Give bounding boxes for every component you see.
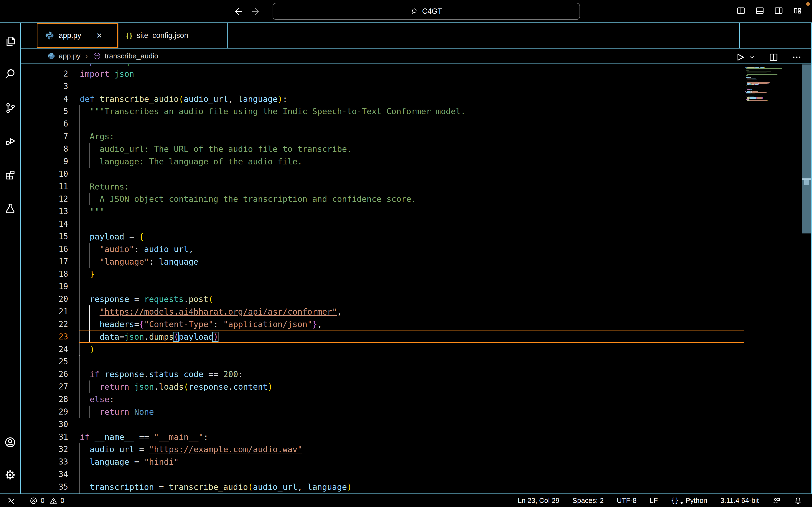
- minimap-line: [747, 72, 767, 72]
- minimap-line: [746, 93, 750, 94]
- toggle-sidebar-icon[interactable]: [736, 6, 746, 15]
- code-line[interactable]: 29 return None: [0, 406, 812, 418]
- code-text: Returns:: [80, 180, 129, 193]
- line-number: 31: [24, 431, 68, 443]
- minimap-line: [748, 97, 754, 97]
- problems-status[interactable]: 0 0: [30, 497, 64, 505]
- line-number: 5: [24, 105, 68, 118]
- minimap-line: [746, 81, 750, 82]
- cursor-position-status[interactable]: Ln 23, Col 29: [518, 497, 559, 505]
- minimap-line: [747, 82, 770, 83]
- encoding-status[interactable]: UTF-8: [617, 497, 637, 505]
- toggle-secondary-sidebar-icon[interactable]: [774, 6, 783, 15]
- scrollbar-slider[interactable]: [802, 64, 811, 233]
- code-line[interactable]: 6: [0, 118, 812, 130]
- back-icon[interactable]: [233, 6, 243, 17]
- code-line[interactable]: 11 Returns:: [0, 180, 812, 193]
- code-line[interactable]: 2import json: [0, 68, 812, 80]
- minimap-line: [748, 99, 749, 100]
- minimap-line: [760, 67, 764, 68]
- code-line[interactable]: 25: [0, 355, 812, 368]
- forward-icon[interactable]: [251, 6, 261, 17]
- toggle-panel-icon[interactable]: [755, 6, 765, 15]
- code-line[interactable]: 33 language = "hindi": [0, 456, 812, 468]
- minimap-line: [746, 80, 747, 80]
- minimap[interactable]: [744, 64, 801, 494]
- code-line[interactable]: 28 else:: [0, 393, 812, 406]
- current-line-border: [79, 331, 744, 331]
- close-icon[interactable]: ✕: [96, 32, 102, 40]
- line-number: 9: [24, 155, 68, 168]
- code-line[interactable]: 21 "https://models.ai4bharat.org/api/asr…: [0, 305, 812, 318]
- symbol-namespace-icon: [93, 52, 101, 60]
- code-editor[interactable]: 1import requests2import json34def transc…: [0, 64, 812, 494]
- code-line[interactable]: 1import requests: [0, 64, 812, 68]
- code-line[interactable]: 18 }: [0, 268, 812, 280]
- line-number: 1: [24, 64, 68, 68]
- minimap-line: [746, 92, 751, 93]
- code-line[interactable]: 14: [0, 218, 812, 230]
- search-value: C4GT: [422, 7, 442, 16]
- minimap-line: [750, 88, 752, 88]
- remote-indicator-icon[interactable]: [6, 496, 16, 506]
- minimap-line: [750, 89, 752, 90]
- minimap-line: [750, 98, 756, 99]
- eol-status[interactable]: LF: [650, 497, 658, 505]
- indentation-status[interactable]: Spaces: 2: [572, 497, 604, 505]
- overview-ruler-cursor-marker: [804, 180, 809, 185]
- code-line[interactable]: 32 audio_url = "https://example.com/audi…: [0, 443, 812, 456]
- line-number: 25: [24, 355, 68, 368]
- code-line[interactable]: 27 return json.loads(response.content): [0, 381, 812, 393]
- code-line[interactable]: 4def transcribe_audio(audio_url, languag…: [0, 93, 812, 105]
- command-center-search[interactable]: C4GT: [272, 3, 580, 20]
- code-line[interactable]: 34: [0, 468, 812, 481]
- minimap-line: [754, 97, 754, 97]
- breadcrumb-item-symbol[interactable]: transcribe_audio: [105, 52, 158, 60]
- code-line[interactable]: 13 """: [0, 205, 812, 218]
- customize-layout-icon[interactable]: [793, 6, 802, 15]
- code-line[interactable]: 7 Args:: [0, 130, 812, 143]
- code-line[interactable]: 19: [0, 280, 812, 293]
- minimap-line: [752, 84, 754, 85]
- feedback-icon[interactable]: [772, 496, 780, 505]
- code-line[interactable]: 3: [0, 80, 812, 93]
- minimap-line: [745, 67, 747, 68]
- code-line[interactable]: 35 transcription = transcribe_audio(audi…: [0, 481, 812, 493]
- code-line[interactable]: 10: [0, 168, 812, 180]
- minimap-line: [746, 95, 752, 95]
- code-line[interactable]: 8 audio_url: The URL of the audio file t…: [0, 143, 812, 155]
- code-line[interactable]: 22 headers={"Content-Type": "application…: [0, 318, 812, 331]
- warning-icon: [49, 497, 57, 505]
- code-line[interactable]: 24 ): [0, 343, 812, 356]
- minimap-line: [751, 83, 758, 84]
- minimap-line: [746, 74, 750, 74]
- code-text: """: [80, 205, 104, 218]
- code-line[interactable]: 12 A JSON object containing the transcri…: [0, 193, 812, 205]
- minimap-line: [771, 95, 771, 95]
- tab-app-py[interactable]: app.py ✕: [37, 23, 118, 48]
- line-number: 27: [24, 381, 68, 393]
- code-line[interactable]: 15 payload = {: [0, 230, 812, 243]
- code-line[interactable]: 16 "audio": audio_url,: [0, 243, 812, 256]
- minimap-line: [770, 82, 770, 83]
- code-line[interactable]: 9 language: The language of the audio fi…: [0, 155, 812, 168]
- minimap-line: [747, 100, 750, 101]
- code-line[interactable]: 30: [0, 418, 812, 431]
- language-mode-status[interactable]: {} Python: [671, 497, 707, 505]
- code-line[interactable]: 20 response = requests.post(: [0, 293, 812, 305]
- tab-site-config-json[interactable]: {} site_config.json: [118, 23, 228, 48]
- minimap-line: [757, 87, 759, 88]
- minimap-line: [751, 78, 756, 78]
- code-line[interactable]: 5 """Transcribes an audio file using the…: [0, 105, 812, 118]
- sidebar-item-explorer[interactable]: [4, 35, 16, 47]
- line-number: 32: [24, 443, 68, 456]
- code-line[interactable]: 23 data=json.dumps(payload): [0, 331, 812, 343]
- python-interpreter-status[interactable]: 3.11.4 64-bit: [720, 497, 759, 505]
- breadcrumb-item-file[interactable]: app.py: [59, 52, 81, 60]
- notifications-bell-icon[interactable]: [794, 496, 802, 505]
- title-bar: C4GT: [0, 0, 812, 22]
- code-line[interactable]: 31if __name__ == "__main__":: [0, 431, 812, 443]
- code-line[interactable]: 26 if response.status_code == 200:: [0, 368, 812, 381]
- line-number: 12: [24, 193, 68, 205]
- code-line[interactable]: 17 "language": language: [0, 256, 812, 268]
